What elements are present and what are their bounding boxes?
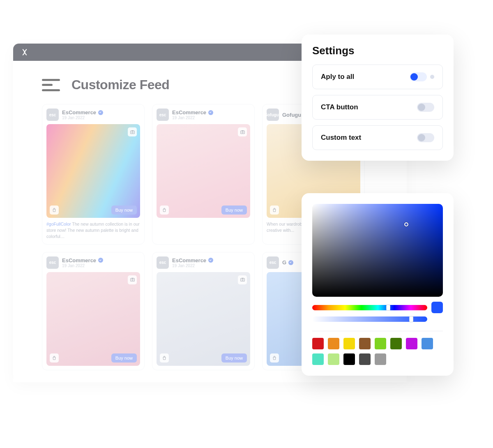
verified-badge-icon (208, 258, 213, 263)
brand-label: EsCommerce (62, 257, 96, 263)
card-header: esc EsCommerce 19 Jan 2022 (157, 256, 250, 269)
feed-card[interactable]: esc EsCommerce 19 Jan 2022 (42, 252, 145, 370)
post-thumbnail[interactable]: Buy now (46, 272, 140, 366)
brand-label: EsCommerce (62, 109, 96, 115)
post-date: 19 Jan 2022 (172, 115, 213, 120)
svg-rect-14 (242, 278, 243, 279)
settings-panel: Settings Aply to all CTA button Custom t… (302, 35, 454, 161)
post-date: 19 Jan 2022 (62, 115, 103, 120)
shopping-bag-icon (50, 353, 59, 363)
verified-badge-icon (98, 110, 103, 115)
brand-name: EsCommerce (172, 257, 213, 263)
page-title: Customize Feed (71, 77, 169, 92)
color-preview-swatch (431, 302, 443, 313)
card-header: esc EsCommerce 19 Jan 2022 (157, 109, 250, 121)
shopping-bag-icon (160, 353, 169, 363)
avatar: esc (46, 109, 59, 121)
svg-rect-12 (240, 278, 244, 281)
brand-label: EsCommerce (172, 257, 206, 263)
settings-title: Settings (312, 44, 443, 57)
saturation-value-area[interactable] (312, 204, 443, 297)
color-swatch[interactable] (359, 353, 371, 365)
avatar: esc (157, 256, 169, 269)
swatch-divider (312, 331, 443, 331)
avatar: Gofugun (267, 109, 279, 121)
card-header: esc EsCommerce 19 Jan 2022 (46, 256, 140, 269)
setting-label: Custom text (321, 134, 361, 142)
setting-label: Aply to all (321, 73, 354, 81)
post-date: 19 Jan 2022 (62, 263, 103, 268)
svg-rect-9 (130, 278, 134, 281)
verified-badge-icon (288, 260, 293, 265)
post-caption: #goFullColor The new autumn collection i… (46, 221, 140, 240)
brand-name: EsCommerce (172, 109, 213, 115)
buy-now-button[interactable]: Buy now (221, 353, 247, 363)
brand-name: G (282, 259, 293, 266)
toggle-secondary-dot (430, 75, 434, 79)
shopping-bag-icon (160, 206, 169, 215)
post-date: 19 Jan 2022 (172, 263, 213, 268)
setting-row: Custom text (312, 125, 443, 150)
alpha-slider[interactable] (312, 316, 427, 322)
svg-point-4 (242, 132, 243, 133)
brand-label: EsCommerce (172, 109, 206, 115)
shopping-bag-icon (270, 206, 279, 215)
svg-point-10 (131, 279, 133, 280)
avatar: esc (46, 256, 59, 269)
post-thumbnail[interactable]: Buy now (46, 124, 140, 218)
avatar: esc (267, 256, 279, 269)
buy-now-button[interactable]: Buy now (221, 206, 247, 215)
svg-rect-3 (240, 131, 244, 134)
svg-rect-0 (130, 131, 134, 134)
color-swatch[interactable] (343, 353, 355, 365)
feed-card[interactable]: esc EsCommerce 19 Jan 2022 (152, 104, 255, 245)
hue-handle[interactable] (386, 305, 390, 311)
setting-row: Aply to all (312, 65, 443, 89)
svg-rect-5 (242, 130, 243, 131)
color-swatch[interactable] (312, 338, 324, 349)
app-logo-icon (21, 48, 29, 56)
camera-icon (238, 275, 247, 284)
menu-icon[interactable] (42, 79, 60, 91)
color-swatch[interactable] (375, 353, 386, 365)
buy-now-button[interactable]: Buy now (111, 353, 137, 363)
brand-label: G (282, 259, 286, 266)
feed-card[interactable]: esc EsCommerce 19 Jan 2022 (42, 104, 145, 245)
feed-card[interactable]: esc EsCommerce 19 Jan 2022 (152, 252, 255, 370)
alpha-handle[interactable] (409, 316, 413, 322)
color-swatch[interactable] (422, 338, 433, 349)
camera-icon (128, 127, 137, 136)
card-header: esc EsCommerce 19 Jan 2022 (46, 109, 140, 121)
color-swatch[interactable] (328, 338, 339, 349)
verified-badge-icon (208, 110, 213, 115)
setting-row: CTA button (312, 95, 443, 120)
color-swatch[interactable] (343, 338, 355, 349)
buy-now-button[interactable]: Buy now (111, 206, 137, 215)
svg-point-13 (242, 279, 243, 280)
toggle-switch[interactable] (417, 103, 434, 112)
color-swatch[interactable] (390, 338, 402, 349)
verified-badge-icon (98, 258, 103, 263)
hue-slider[interactable] (312, 305, 427, 310)
post-thumbnail[interactable]: Buy now (157, 124, 250, 218)
toggle-switch[interactable] (417, 133, 434, 142)
color-swatch[interactable] (406, 338, 417, 349)
svg-rect-11 (131, 278, 133, 279)
camera-icon (238, 127, 247, 136)
svg-rect-2 (131, 130, 133, 131)
color-picker-panel (302, 193, 454, 376)
color-swatch[interactable] (375, 338, 386, 349)
sv-cursor[interactable] (404, 222, 408, 226)
hashtag[interactable]: #goFullColor (46, 222, 71, 226)
color-swatch[interactable] (312, 353, 324, 365)
color-swatch[interactable] (328, 353, 339, 365)
brand-name: EsCommerce (62, 257, 103, 263)
avatar: esc (157, 109, 169, 121)
camera-icon (128, 275, 137, 284)
post-thumbnail[interactable]: Buy now (157, 272, 250, 366)
color-swatch[interactable] (359, 338, 371, 349)
shopping-bag-icon (270, 353, 279, 363)
swatch-grid (312, 338, 443, 365)
setting-label: CTA button (321, 103, 358, 111)
toggle-switch[interactable] (410, 72, 427, 81)
